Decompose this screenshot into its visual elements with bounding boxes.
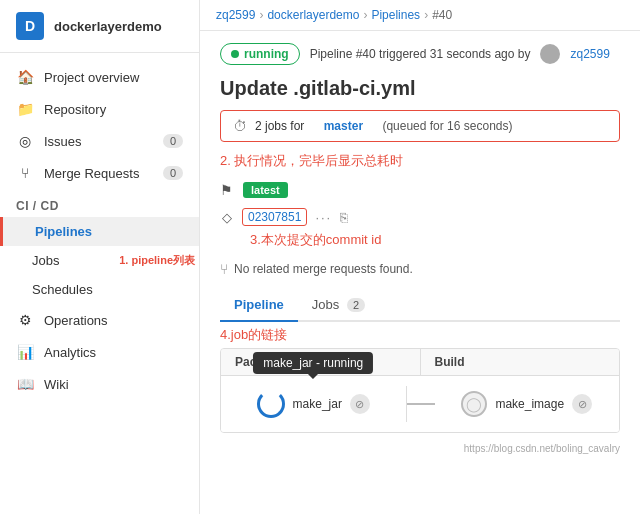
sidebar-item-pipelines[interactable]: Pipelines [0, 217, 199, 246]
make-jar-forbidden-icon: ⊘ [350, 394, 370, 414]
project-name: dockerlayerdemo [54, 19, 162, 34]
sidebar-nav: 🏠 Project overview 📁 Repository ◎ Issues… [0, 53, 199, 408]
commit-graph-icon: ◇ [220, 210, 234, 225]
operations-icon: ⚙ [16, 312, 34, 328]
sidebar-item-label: Merge Requests [44, 166, 139, 181]
wiki-icon: 📖 [16, 376, 34, 392]
pipeline-title: Pipeline #40 triggered 31 seconds ago by [310, 47, 531, 61]
sidebar-item-label: Analytics [44, 345, 96, 360]
issues-badge: 0 [163, 134, 183, 148]
annotation-2: 2. 执行情况，完毕后显示总耗时 [200, 150, 640, 176]
commit-section: ◇ 02307851 ··· ⎘ [200, 204, 640, 230]
sidebar-item-label: Project overview [44, 70, 139, 85]
make-jar-job-name[interactable]: make_jar [293, 397, 342, 411]
no-mr-text: No related merge requests found. [234, 262, 413, 276]
breadcrumb-sep2: › [363, 8, 367, 22]
sidebar-item-jobs[interactable]: Jobs 1. pipeline列表 [0, 246, 199, 275]
home-icon: 🏠 [16, 69, 34, 85]
jobs-tab-badge: 2 [347, 298, 365, 312]
tab-jobs[interactable]: Jobs 2 [298, 289, 379, 322]
latest-badge: latest [243, 182, 288, 198]
sidebar-item-project-overview[interactable]: 🏠 Project overview [0, 61, 199, 93]
annotation1: 1. pipeline列表 [119, 253, 195, 268]
sidebar-item-analytics[interactable]: 📊 Analytics [0, 336, 199, 368]
pipeline-tab-label: Pipeline [234, 297, 284, 312]
stage-connector [407, 403, 435, 405]
running-spinner-icon[interactable] [257, 390, 285, 418]
sidebar-item-repository[interactable]: 📁 Repository [0, 93, 199, 125]
breadcrumb-section[interactable]: Pipelines [371, 8, 420, 22]
pending-job-icon: ◯ [461, 391, 487, 417]
latest-section: ⚑ latest [200, 176, 640, 204]
no-mr-section: ⑂ No related merge requests found. [200, 255, 640, 283]
breadcrumb-sep3: › [424, 8, 428, 22]
make-image-job-name[interactable]: make_image [495, 397, 564, 411]
sidebar-item-schedules[interactable]: Schedules [0, 275, 199, 304]
make-jar-tooltip: make_jar - running [253, 352, 373, 374]
mr-icon: ⑂ [220, 261, 228, 277]
pipeline-user-link[interactable]: zq2599 [570, 47, 609, 61]
breadcrumb-user[interactable]: zq2599 [216, 8, 255, 22]
branch-link[interactable]: master [324, 119, 363, 133]
commit-hash-link[interactable]: 02307851 [242, 208, 307, 226]
copy-icon[interactable]: ⎘ [340, 210, 348, 225]
repo-icon: 📁 [16, 101, 34, 117]
jobs-info-text: 2 jobs for [255, 119, 304, 133]
breadcrumb-project[interactable]: dockerlayerdemo [267, 8, 359, 22]
sidebar-item-label: Operations [44, 313, 108, 328]
annotation-3: 3.本次提交的commit id [200, 230, 640, 255]
sidebar-item-wiki[interactable]: 📖 Wiki [0, 368, 199, 400]
mr-badge: 0 [163, 166, 183, 180]
sidebar-item-operations[interactable]: ⚙ Operations [0, 304, 199, 336]
issues-icon: ◎ [16, 133, 34, 149]
pipeline-stage-area: Package Build make_jar - running make_ja… [220, 348, 620, 433]
watermark: https://blog.csdn.net/boling_cavalry [200, 441, 640, 458]
queued-text: (queued for 16 seconds) [382, 119, 512, 133]
sidebar-item-label: Repository [44, 102, 106, 117]
breadcrumb: zq2599 › dockerlayerdemo › Pipelines › #… [200, 0, 640, 31]
sidebar-item-merge-requests[interactable]: ⑂ Merge Requests 0 [0, 157, 199, 189]
sidebar-item-label: Issues [44, 134, 82, 149]
sidebar-header: D dockerlayerdemo [0, 0, 199, 53]
sidebar: D dockerlayerdemo 🏠 Project overview 📁 R… [0, 0, 200, 514]
project-avatar: D [16, 12, 44, 40]
tab-pipeline[interactable]: Pipeline [220, 289, 298, 322]
analytics-icon: 📊 [16, 344, 34, 360]
clock-icon: ⏱ [233, 118, 247, 134]
status-badge: running [220, 43, 300, 65]
user-avatar [540, 44, 560, 64]
main-content: zq2599 › dockerlayerdemo › Pipelines › #… [200, 0, 640, 514]
tabs-bar: Pipeline Jobs 2 [220, 289, 620, 322]
pipelines-label: Pipelines [35, 224, 92, 239]
schedules-label: Schedules [32, 282, 93, 297]
make-image-forbidden-icon: ⊘ [572, 394, 592, 414]
pipeline-header: running Pipeline #40 triggered 31 second… [200, 31, 640, 73]
stage-body-row: make_jar - running make_jar ⊘ ◯ make_ima… [221, 376, 619, 432]
flag-icon: ⚑ [220, 182, 233, 198]
jobs-tab-label: Jobs [312, 297, 339, 312]
build-stage-header: Build [421, 349, 620, 375]
status-dot-icon [231, 50, 239, 58]
jobs-label: Jobs [32, 253, 59, 268]
status-label: running [244, 47, 289, 61]
breadcrumb-current: #40 [432, 8, 452, 22]
cicd-section-header: CI / CD [0, 189, 199, 217]
commit-title: Update .gitlab-ci.yml [200, 73, 640, 110]
sidebar-item-label: Wiki [44, 377, 69, 392]
breadcrumb-sep1: › [259, 8, 263, 22]
build-stage-cell: ◯ make_image ⊘ [435, 387, 620, 421]
package-stage-cell: make_jar - running make_jar ⊘ [221, 386, 407, 422]
commit-dots: ··· [315, 210, 332, 225]
annotation-4: 4.job的链接 [200, 322, 640, 348]
jobs-info-box: ⏱ 2 jobs for master (queued for 16 secon… [220, 110, 620, 142]
merge-icon: ⑂ [16, 165, 34, 181]
sidebar-item-issues[interactable]: ◎ Issues 0 [0, 125, 199, 157]
